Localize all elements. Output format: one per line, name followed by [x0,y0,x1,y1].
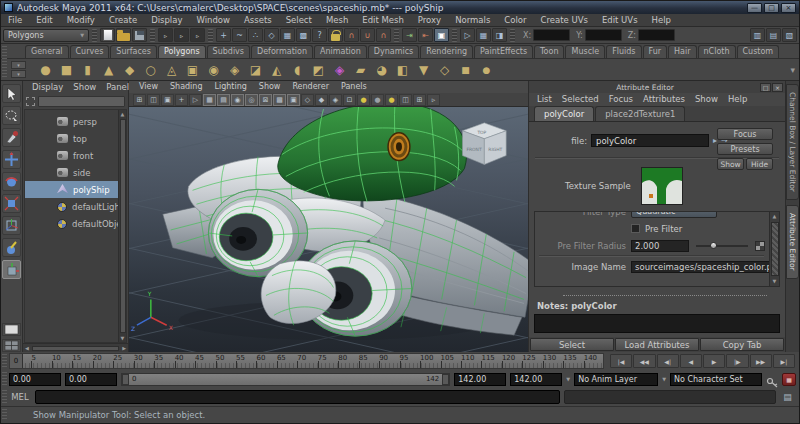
status-separator[interactable] [452,29,457,42]
menu-item[interactable]: Color [497,14,533,26]
shelf-tool-icon[interactable]: ▮ [78,61,97,79]
shelf-tool-icon[interactable]: ◭ [267,61,286,79]
shelf-tab[interactable]: Custom [737,45,780,58]
shelf-tab[interactable]: Animation [314,45,367,58]
time-tick[interactable]: 75 [317,354,337,368]
time-tick[interactable]: 55 [235,354,255,368]
scroll-left-icon[interactable]: ◀ [23,345,31,351]
sidebar-toggle-button[interactable]: ▥ [750,28,765,42]
y-input[interactable] [585,29,622,41]
attribute-scrollbar[interactable]: ▲ ▼ [769,212,779,286]
scrollbar-thumb[interactable] [771,222,779,276]
new-scene-button[interactable] [100,28,115,42]
shelf-tool-icon[interactable]: ◉ [204,61,223,79]
time-tick[interactable]: 65 [276,354,296,368]
time-slider-track[interactable]: 0 05101520253035404550556065707580859095… [9,353,604,369]
time-tick[interactable]: 110 [460,354,480,368]
command-input[interactable] [35,390,560,404]
transport-button[interactable]: ◀| [657,354,679,368]
scroll-right-icon[interactable]: ▶ [120,345,128,351]
shelf-tool-icon[interactable]: ■ [456,61,475,79]
shelf-tab[interactable]: Dynamics [368,45,419,58]
pre-filter-radius-slider[interactable] [696,245,748,247]
render-button[interactable]: ▷ [460,28,475,42]
viewport-menu-item[interactable]: Panels [335,81,373,93]
slider-handle[interactable] [710,242,717,249]
magnet-snap-button[interactable]: ∪ [360,28,375,42]
time-tick[interactable]: 95 [399,354,419,368]
focus-button[interactable]: Focus [717,128,773,140]
time-tick[interactable]: 50 [215,354,235,368]
viewport-menu-item[interactable]: Show [253,81,287,93]
select-button[interactable]: Select [530,338,614,351]
time-tick[interactable]: 130 [542,354,562,368]
outliner-vertical-scrollbar[interactable]: ▲ ▼ [118,110,126,342]
open-scene-button[interactable] [116,28,131,42]
viewport-toolbar-button[interactable]: ▣ [287,94,300,106]
time-tick[interactable]: 30 [133,354,153,368]
cube-top-label[interactable]: TOP [476,130,486,135]
shelf-options-icon[interactable]: ▾ [790,65,795,75]
time-tick[interactable]: 20 [92,354,112,368]
shelf-tool-icon[interactable]: ■ [57,61,76,79]
viewport-toolbar-button[interactable]: ▣ [161,94,174,106]
character-set-dropdown[interactable]: No Character Set [670,373,762,386]
view-cube[interactable]: TOP FRONT RIGHT [462,123,506,165]
shelf-tab[interactable]: Deformation [251,45,313,58]
animation-end-input[interactable]: 142.00 [510,373,562,386]
time-tick[interactable]: 125 [521,354,541,368]
outliner-item[interactable]: persp [25,113,126,130]
command-line-grip[interactable] [2,390,7,404]
viewport-toolbar-button[interactable]: ◫ [399,94,412,106]
viewport-toolbar-button[interactable]: ● [357,94,370,106]
menu-item[interactable]: Create [102,14,144,26]
render-button[interactable]: ◨ [492,28,507,42]
shelf-tab[interactable]: Curves [70,45,110,58]
snap-button[interactable]: ∴ [248,28,263,42]
time-tick[interactable]: 35 [153,354,173,368]
four-pane-layout-button[interactable] [2,339,21,352]
transport-button[interactable]: |◀ [610,354,632,368]
viewport-toolbar-button[interactable]: ▷ [189,94,202,106]
shelf-tab[interactable]: Toon [534,45,564,58]
viewport-toolbar-button[interactable]: ● [371,94,384,106]
attribute-editor-menu-item[interactable]: Help [723,93,752,106]
scroll-up-icon[interactable]: ▲ [773,212,777,221]
map-button[interactable] [755,241,765,251]
save-scene-button[interactable] [132,28,147,42]
outliner-item[interactable]: defaultObjectSet [25,215,126,232]
hide-button[interactable]: Hide [746,158,773,170]
viewport-toolbar-button[interactable]: ⊡ [343,94,356,106]
outliner-menu-item[interactable]: Display [27,81,68,94]
shelf-tab[interactable]: Fluids [606,45,641,58]
time-tick[interactable]: 120 [501,354,521,368]
node-tab[interactable]: place2dTexture1 [595,106,685,121]
shelf-tool-icon[interactable]: ◈ [225,61,244,79]
animation-start-input[interactable]: 0.00 [9,373,61,386]
transport-button[interactable]: ▶▶ [750,354,772,368]
scrollbar-thumb[interactable] [32,346,119,351]
viewport-toolbar-button[interactable]: ◆ [315,94,328,106]
viewport-toolbar-button[interactable]: ◫ [147,94,160,106]
texture-sample-swatch[interactable] [641,167,683,205]
shelf-menu-widget[interactable]: ▾▾ [11,61,26,78]
notes-textarea[interactable] [534,314,780,333]
time-tick[interactable]: 80 [337,354,357,368]
time-tick[interactable]: 45 [194,354,214,368]
time-tick[interactable]: 115 [480,354,500,368]
attribute-editor-menu-item[interactable]: Show [690,93,723,106]
selection-mask-button[interactable]: ▹ [158,28,173,42]
menu-item[interactable]: File [1,14,29,26]
shelf-tool-icon[interactable]: ◈ [330,61,349,79]
status-separator[interactable] [150,29,155,42]
viewport-menu-item[interactable]: Renderer [286,81,335,93]
lock-button[interactable] [328,28,343,42]
time-tick[interactable]: 100 [419,354,439,368]
transport-button[interactable]: |▶ [726,354,748,368]
shelf-tab[interactable]: Rendering [420,45,473,58]
time-tick[interactable]: 10 [51,354,71,368]
transport-button[interactable]: ▶ [703,354,725,368]
shelf-tool-icon[interactable]: ● [477,61,496,79]
anim-layer-arrow-icon[interactable]: ▼ [566,376,570,382]
single-pane-layout-button[interactable] [2,323,21,336]
